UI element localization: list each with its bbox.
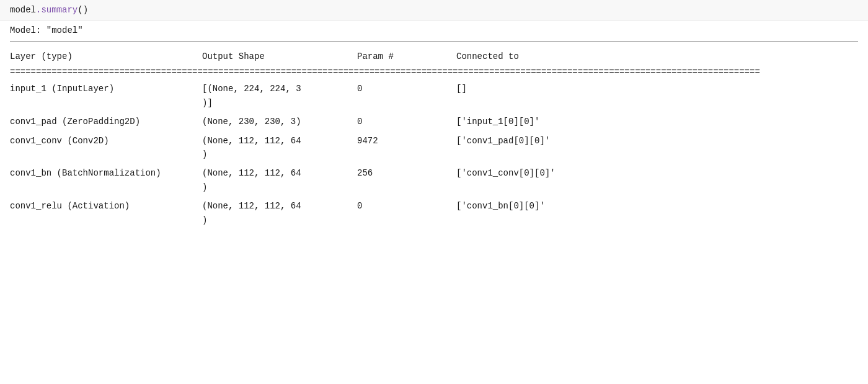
code-model-var: model xyxy=(10,5,36,15)
row-name: conv1_pad (ZeroPadding2D) xyxy=(10,115,202,128)
table-row: conv1_relu (Activation) (None, 112, 112,… xyxy=(10,199,858,227)
row-param: 0 xyxy=(357,82,456,96)
row-connected: ['conv1_bn[0][0]' xyxy=(456,199,858,213)
row-name: input_1 (InputLayer) xyxy=(10,82,202,96)
row-output-line1: [(None, 224, 224, 3 xyxy=(202,82,357,96)
equals-line: ========================================… xyxy=(10,66,858,78)
row-cont: ) xyxy=(10,181,858,194)
row-connected: [] xyxy=(456,82,858,96)
row-connected: ['input_1[0][0]' xyxy=(456,115,858,128)
row-output-line1: (None, 112, 112, 64 xyxy=(202,134,357,148)
header-col2: Output Shape xyxy=(202,50,357,63)
row-cont: ) xyxy=(10,148,858,161)
model-name-text: Model: "model" xyxy=(10,25,83,35)
code-cell: model.summary() xyxy=(0,0,868,20)
row-name: conv1_bn (BatchNormalization) xyxy=(10,166,202,180)
header-col1: Layer (type) xyxy=(10,50,202,63)
row-output-line2: ) xyxy=(202,148,357,161)
row-top: conv1_pad (ZeroPadding2D) (None, 230, 23… xyxy=(10,115,858,128)
table-row: conv1_conv (Conv2D) (None, 112, 112, 64 … xyxy=(10,134,858,162)
row-param: 256 xyxy=(357,166,456,180)
row-cont: ) xyxy=(10,213,858,227)
header-col3: Param # xyxy=(357,50,456,63)
header-col4: Connected to xyxy=(456,50,858,63)
top-divider xyxy=(10,42,858,42)
row-name: conv1_relu (Activation) xyxy=(10,199,202,213)
code-method: summary xyxy=(41,5,78,15)
table-header-row: Layer (type) Output Shape Param # Connec… xyxy=(10,45,858,66)
row-output-line2: ) xyxy=(202,181,357,194)
row-connected: ['conv1_conv[0][0]' xyxy=(456,166,858,180)
row-top: input_1 (InputLayer) [(None, 224, 224, 3… xyxy=(10,82,858,96)
row-output-line2: ) xyxy=(202,213,357,227)
row-param: 0 xyxy=(357,115,456,128)
row-param: 9472 xyxy=(357,134,456,148)
row-output-line1: (None, 112, 112, 64 xyxy=(202,166,357,180)
row-top: conv1_relu (Activation) (None, 112, 112,… xyxy=(10,199,858,213)
row-param: 0 xyxy=(357,199,456,213)
row-connected: ['conv1_pad[0][0]' xyxy=(456,134,858,148)
row-output-line1: (None, 112, 112, 64 xyxy=(202,199,357,213)
row-output-line1: (None, 230, 230, 3) xyxy=(202,115,357,128)
table-row: conv1_bn (BatchNormalization) (None, 112… xyxy=(10,166,858,194)
table-row: conv1_pad (ZeroPadding2D) (None, 230, 23… xyxy=(10,115,858,128)
row-top: conv1_conv (Conv2D) (None, 112, 112, 64 … xyxy=(10,134,858,148)
output-area: Model: "model" Layer (type) Output Shape… xyxy=(0,20,868,227)
code-text: model.summary() xyxy=(10,5,88,15)
row-top: conv1_bn (BatchNormalization) (None, 112… xyxy=(10,166,858,180)
row-output-line2: )] xyxy=(202,96,357,110)
table-row: input_1 (InputLayer) [(None, 224, 224, 3… xyxy=(10,82,858,110)
model-name-line: Model: "model" xyxy=(10,20,858,39)
row-name: conv1_conv (Conv2D) xyxy=(10,134,202,148)
code-parens: () xyxy=(78,5,88,15)
row-cont: )] xyxy=(10,96,858,110)
